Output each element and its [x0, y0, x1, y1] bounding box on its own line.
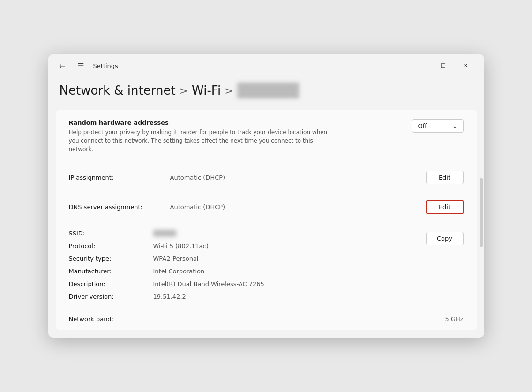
breadcrumb-network-name: [237, 83, 300, 98]
scrollbar-track[interactable]: [479, 110, 484, 338]
random-hardware-desc: Help protect your privacy by making it h…: [69, 128, 331, 153]
close-button[interactable]: ✕: [455, 58, 477, 73]
title-bar-title: Settings: [93, 62, 118, 69]
scrollbar-thumb[interactable]: [480, 178, 483, 247]
breadcrumb-sep-1: >: [180, 85, 188, 97]
random-hardware-text: Random hardware addresses Help protect y…: [69, 119, 331, 153]
dns-assignment-row: DNS server assignment: Automatic (DHCP) …: [56, 192, 477, 222]
driver-label: Driver version:: [69, 293, 153, 300]
description-value: Intel(R) Dual Band Wireless-AC 7265: [153, 280, 264, 287]
random-hardware-dropdown[interactable]: Off ⌄: [412, 119, 464, 133]
network-band-value: 5 GHz: [445, 316, 463, 323]
minimize-button[interactable]: –: [410, 58, 432, 73]
maximize-button[interactable]: ☐: [433, 58, 454, 73]
dns-assignment-label: DNS server assignment:: [69, 204, 163, 211]
manufacturer-row: Manufacturer: Intel Corporation: [69, 268, 264, 275]
window-controls: – ☐ ✕: [410, 58, 477, 73]
ssid-value: [153, 230, 176, 237]
settings-list: Random hardware addresses Help protect y…: [56, 110, 477, 330]
ip-assignment-row: IP assignment: Automatic (DHCP) Edit: [56, 163, 477, 192]
protocol-row: Protocol: Wi-Fi 5 (802.11ac): [69, 242, 264, 249]
chevron-down-icon: ⌄: [452, 122, 457, 129]
description-row: Description: Intel(R) Dual Band Wireless…: [69, 280, 264, 287]
breadcrumb-wifi[interactable]: Wi-Fi: [192, 83, 221, 98]
title-bar: ← ☰ Settings – ☐ ✕: [48, 54, 484, 77]
dns-assignment-edit-button[interactable]: Edit: [426, 200, 464, 214]
hamburger-button[interactable]: ☰: [75, 59, 88, 72]
title-bar-left: ← ☰ Settings: [56, 59, 410, 72]
network-band-row: Network band: 5 GHz: [56, 308, 477, 330]
protocol-value: Wi-Fi 5 (802.11ac): [153, 242, 209, 249]
driver-row: Driver version: 19.51.42.2: [69, 293, 264, 300]
back-button[interactable]: ←: [56, 59, 69, 72]
network-info-block: SSID: Protocol: Wi-Fi 5 (802.11ac) Secur…: [56, 222, 477, 308]
breadcrumb-network[interactable]: Network & internet: [60, 83, 176, 98]
ip-assignment-edit-button[interactable]: Edit: [426, 171, 464, 184]
ip-assignment-label: IP assignment:: [69, 174, 163, 181]
content-area: Random hardware addresses Help protect y…: [56, 110, 477, 330]
breadcrumb: Network & internet > Wi-Fi >: [48, 77, 484, 110]
random-hardware-section: Random hardware addresses Help protect y…: [56, 110, 477, 163]
manufacturer-value: Intel Corporation: [153, 268, 205, 275]
ip-assignment-value: Automatic (DHCP): [163, 174, 426, 181]
window-inner: Random hardware addresses Help protect y…: [48, 110, 484, 338]
dropdown-value: Off: [418, 122, 427, 129]
breadcrumb-sep-2: >: [225, 85, 233, 97]
network-band-label: Network band:: [69, 316, 163, 323]
random-hardware-title: Random hardware addresses: [69, 119, 331, 126]
security-row: Security type: WPA2-Personal: [69, 255, 264, 262]
network-info-rows: SSID: Protocol: Wi-Fi 5 (802.11ac) Secur…: [69, 230, 264, 300]
security-value: WPA2-Personal: [153, 255, 199, 262]
protocol-label: Protocol:: [69, 242, 153, 249]
ssid-row: SSID:: [69, 230, 264, 237]
driver-value: 19.51.42.2: [153, 293, 186, 300]
dns-assignment-value: Automatic (DHCP): [163, 204, 426, 211]
copy-button[interactable]: Copy: [426, 232, 464, 245]
description-label: Description:: [69, 280, 153, 287]
settings-window: ← ☰ Settings – ☐ ✕ Network & internet > …: [48, 54, 484, 338]
random-hardware-header-row: Random hardware addresses Help protect y…: [69, 119, 464, 153]
security-label: Security type:: [69, 255, 153, 262]
ssid-label: SSID:: [69, 230, 153, 237]
manufacturer-label: Manufacturer:: [69, 268, 153, 275]
